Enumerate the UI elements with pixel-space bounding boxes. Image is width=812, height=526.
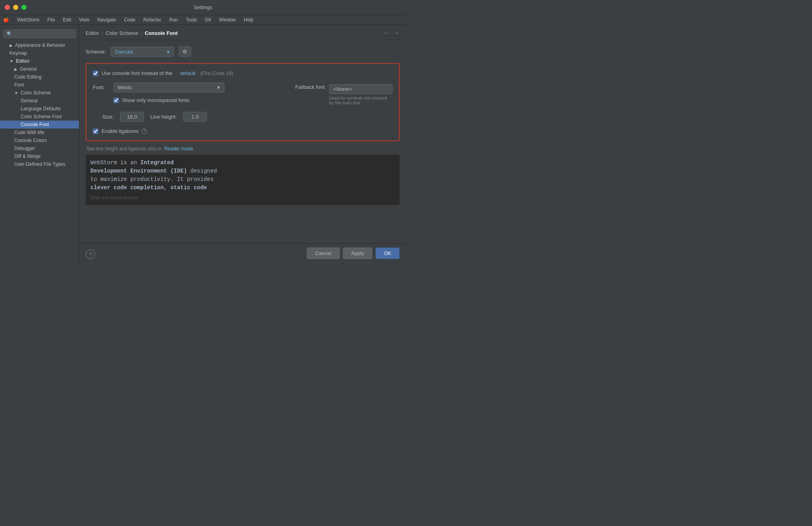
preview-line2-normal: designed <box>187 168 217 174</box>
line-height-label: Line height: <box>150 114 177 120</box>
sidebar-item-label: General <box>21 98 38 104</box>
sidebar-item-user-defined-file-types[interactable]: User-Defined File Types <box>0 160 79 168</box>
menu-tools[interactable]: Tools <box>183 16 200 23</box>
sidebar-item-editor[interactable]: ▼ Editor <box>0 57 79 65</box>
ligatures-help-icon[interactable]: ? <box>142 129 147 134</box>
menu-code[interactable]: Code <box>121 16 139 23</box>
ligatures-row: Enable ligatures ? <box>93 128 393 134</box>
apply-button[interactable]: Apply <box>343 248 373 259</box>
preview-input-hint: Enter any text to preview <box>90 194 395 201</box>
menu-git[interactable]: Git <box>202 16 214 23</box>
preview-area[interactable]: WebStorm is an Integrated Development En… <box>86 155 400 205</box>
menu-file[interactable]: File <box>44 16 58 23</box>
font-dropdown[interactable]: Menlo ▾ <box>113 83 224 92</box>
sidebar-item-code-editing[interactable]: Code Editing <box>0 73 79 81</box>
content-area: Editor › Color Scheme › Console Font ← →… <box>79 25 406 263</box>
sidebar-item-label: Color Scheme <box>21 90 51 96</box>
menu-edit[interactable]: Edit <box>60 16 75 23</box>
search-box[interactable]: 🔍 <box>3 29 76 38</box>
settings-panel: Use console font instead of the default … <box>86 63 400 141</box>
preview-line1-bold: Integrated <box>140 159 174 166</box>
sidebar-item-debugger[interactable]: Debugger <box>0 144 79 152</box>
reader-mode-link[interactable]: Reader mode <box>164 146 193 152</box>
preview-line1-normal: WebStorm is an <box>90 159 140 166</box>
scheme-row: Scheme: Darcula ▾ ⚙ <box>86 46 400 57</box>
preview-line1: WebStorm is an Integrated <box>90 159 395 167</box>
size-row: Size: Line height: <box>93 112 393 122</box>
fallback-note: Used for symbols not covered by the main… <box>329 96 393 105</box>
content-header: Editor › Color Scheme › Console Font ← → <box>79 25 406 40</box>
default-link[interactable]: default <box>180 70 195 76</box>
use-console-font-label: Use console font instead of the <box>102 70 172 76</box>
size-label: Size: <box>102 114 114 120</box>
scheme-gear-button[interactable]: ⚙ <box>179 46 191 57</box>
sidebar-item-appearance-behavior[interactable]: ▶ Appearance & Behavior <box>0 41 79 49</box>
sidebar-item-code-with-me[interactable]: Code With Me <box>0 129 79 136</box>
sidebar-item-label: Language Defaults <box>21 106 61 111</box>
size-input[interactable] <box>120 112 144 122</box>
titlebar: Settings <box>0 0 406 15</box>
preview-line3: to maximize productivity. It provides <box>90 175 395 184</box>
sidebar-item-color-scheme[interactable]: ▼ Color Scheme <box>0 89 79 97</box>
nav-back-icon[interactable]: ← <box>384 29 390 36</box>
sidebar-item-label: User-Defined File Types <box>14 161 65 167</box>
menu-window[interactable]: Window <box>216 16 239 23</box>
preview-line2: Development Environment (IDE) designed <box>90 167 395 175</box>
chevron-down-icon: ▾ <box>167 49 170 55</box>
sidebar-item-font[interactable]: Font <box>0 81 79 89</box>
chevron-down-icon: ▼ <box>14 91 18 95</box>
sidebar-item-label: Keymap <box>10 50 27 56</box>
menu-help[interactable]: Help <box>241 16 257 23</box>
menu-view[interactable]: View <box>76 16 93 23</box>
sidebar-item-color-scheme-font[interactable]: Color Scheme Font <box>0 113 79 121</box>
sidebar-item-diff-merge[interactable]: Diff & Merge <box>0 152 79 160</box>
font-label: Font: <box>93 84 109 90</box>
reader-mode-text: See line height and ligatures also in <box>86 146 161 152</box>
search-input[interactable] <box>15 31 72 36</box>
scheme-dropdown[interactable]: Darcula ▾ <box>111 47 174 57</box>
sidebar-item-general[interactable]: ▶ General <box>0 65 79 73</box>
menu-run[interactable]: Run <box>166 16 181 23</box>
minimize-button[interactable] <box>13 5 18 10</box>
line-height-input[interactable] <box>183 112 207 122</box>
chevron-down-icon: ▾ <box>217 84 220 90</box>
chevron-right-icon: ▶ <box>10 43 13 48</box>
preview-line4: clever code completion, static code <box>90 184 395 192</box>
menu-navigate[interactable]: Navigate <box>94 16 119 23</box>
cancel-button[interactable]: Cancel <box>307 248 339 259</box>
show-monospaced-checkbox[interactable] <box>113 98 119 103</box>
help-button[interactable]: ? <box>86 250 95 259</box>
preview-line4-bold: clever code completion, static code <box>90 184 207 191</box>
ok-button[interactable]: OK <box>375 248 400 259</box>
use-console-font-checkbox[interactable] <box>93 71 98 76</box>
menu-refactor[interactable]: Refactor <box>140 16 164 23</box>
chevron-down-icon: ▼ <box>10 59 13 63</box>
sidebar-item-console-colors[interactable]: Console Colors <box>0 136 79 144</box>
breadcrumb-color-scheme: Color Scheme <box>105 30 138 36</box>
sidebar-item-language-defaults[interactable]: Language Defaults <box>0 105 79 113</box>
breadcrumb-editor: Editor <box>86 30 99 36</box>
menu-webstorm[interactable]: WebStorm <box>14 16 42 23</box>
enable-ligatures-checkbox[interactable] <box>93 129 98 134</box>
breadcrumb-sep-1: › <box>102 30 103 36</box>
sidebar-item-keymap[interactable]: Keymap <box>0 49 79 57</box>
fallback-font-label: Fallback font: <box>295 84 326 90</box>
sidebar-item-color-scheme-general[interactable]: General <box>0 97 79 105</box>
window-title: Settings <box>194 4 213 10</box>
breadcrumb-sep-2: › <box>141 30 142 36</box>
sidebar-item-label: Console Font <box>21 122 49 127</box>
font-row: Font: Menlo ▾ <box>93 83 289 92</box>
preview-line2-bold: Development Environment (IDE) <box>90 168 187 174</box>
close-button[interactable] <box>5 5 10 10</box>
sidebar-item-console-font[interactable]: Console Font <box>0 121 79 129</box>
nav-forward-icon[interactable]: → <box>393 29 400 36</box>
maximize-button[interactable] <box>21 5 27 10</box>
show-monospaced-label: Show only monospaced fonts <box>122 97 190 103</box>
sidebar-item-label: Debugger <box>14 146 35 151</box>
footer: Cancel Apply OK <box>79 243 406 263</box>
nav-arrows: ← → <box>384 29 400 36</box>
scheme-value: Darcula <box>115 49 133 55</box>
preview-line3-normal: to maximize productivity. It provides <box>90 176 214 182</box>
fallback-font-input[interactable]: <None> <box>329 84 393 94</box>
enable-ligatures-label: Enable ligatures <box>102 128 138 134</box>
